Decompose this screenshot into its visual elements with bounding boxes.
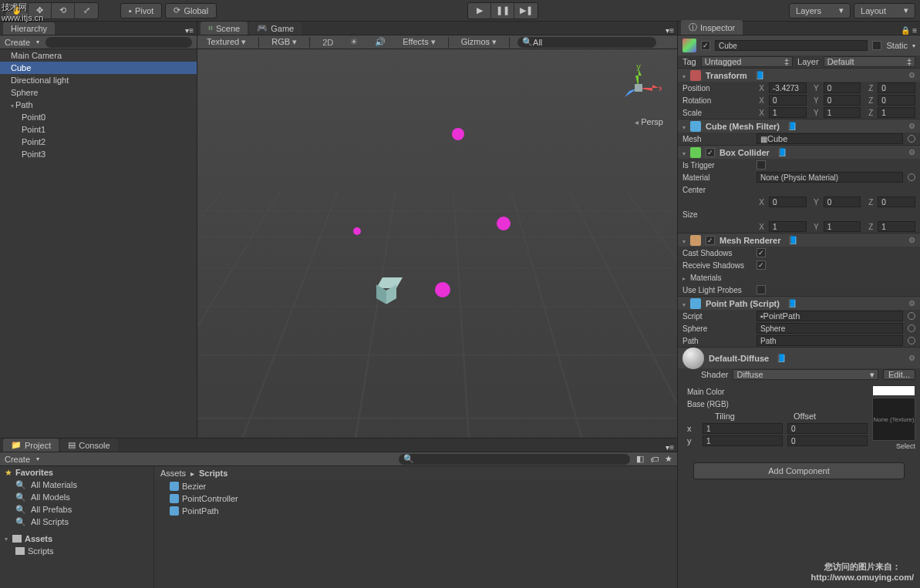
tab-project[interactable]: 📁Project <box>3 438 59 452</box>
pivot-toggle[interactable]: ▪Pivot <box>120 3 162 18</box>
tiling-y[interactable]: 1 <box>703 435 783 446</box>
pointpath-header[interactable]: Point Path (Script) 📘⚙ <box>678 296 920 310</box>
project-search[interactable]: 🔍 <box>399 454 630 465</box>
effects-dropdown[interactable]: Effects ▾ <box>398 36 440 48</box>
object-picker-icon[interactable] <box>908 173 915 181</box>
mesh-field[interactable]: ▦ Cube <box>757 133 903 144</box>
hierarchy-item-path[interactable]: Path <box>0 99 197 111</box>
layers-dropdown[interactable]: Layers▾ <box>789 3 851 18</box>
tag-dropdown[interactable]: Untagged‡ <box>701 56 793 67</box>
texture-slot[interactable]: None (Texture) <box>872 398 915 441</box>
gear-icon[interactable]: ⚙ <box>908 354 915 362</box>
material-header[interactable]: Default-Diffuse 📘⚙ <box>678 347 920 368</box>
size-x[interactable]: 1 <box>769 221 807 232</box>
select-texture[interactable]: Select <box>896 442 915 450</box>
favorite-item[interactable]: 🔍All Prefabs <box>0 503 153 516</box>
hierarchy-item[interactable]: Main Camera <box>0 49 197 62</box>
gear-icon[interactable]: ⚙ <box>908 71 915 79</box>
active-checkbox[interactable] <box>701 41 710 50</box>
hierarchy-item[interactable]: Point0 <box>0 111 197 123</box>
receive-shadows[interactable] <box>757 260 766 270</box>
render-mode[interactable]: RGB ▾ <box>267 36 302 48</box>
color-swatch[interactable] <box>872 385 915 396</box>
scale-tool[interactable]: ⤢ <box>75 3 98 18</box>
rot-x[interactable]: 0 <box>769 95 807 106</box>
pos-y[interactable]: 0 <box>824 82 861 93</box>
hierarchy-item[interactable]: Point2 <box>0 136 197 148</box>
pause-button[interactable]: ❚❚ <box>491 3 514 18</box>
shading-mode[interactable]: Textured ▾ <box>202 36 251 48</box>
cast-shadows[interactable] <box>757 248 766 257</box>
gameobject-icon[interactable] <box>682 39 696 52</box>
center-z[interactable]: 0 <box>878 197 915 207</box>
rotate-tool[interactable]: ⟲ <box>52 3 75 18</box>
offset-y[interactable]: 0 <box>787 435 868 446</box>
hierarchy-item-selected[interactable]: Cube <box>0 62 197 74</box>
panel-menu-icon[interactable]: ▾≡ <box>666 26 674 35</box>
boxcollider-header[interactable]: Box Collider 📘⚙ <box>678 145 920 159</box>
help-icon[interactable]: 📘 <box>787 122 797 130</box>
breadcrumb-root[interactable]: Assets <box>160 469 186 478</box>
panel-menu-icon[interactable]: ▾≡ <box>666 443 674 452</box>
sphere-field[interactable]: Sphere <box>757 323 903 334</box>
scripts-folder[interactable]: Scripts <box>0 545 153 557</box>
scl-y[interactable]: 1 <box>824 107 861 118</box>
help-icon[interactable]: 📘 <box>777 354 786 362</box>
light-icon[interactable]: ☀ <box>345 36 362 48</box>
help-icon[interactable]: 📘 <box>755 71 764 79</box>
gizmos-dropdown[interactable]: Gizmos ▾ <box>457 36 501 48</box>
script-asset[interactable]: PointPath <box>154 505 677 517</box>
search-filter-icon[interactable]: 🏷 <box>650 455 659 464</box>
help-icon[interactable]: 📘 <box>788 236 797 244</box>
script-field[interactable]: ▪ PointPath <box>757 311 903 321</box>
object-picker-icon[interactable] <box>908 324 915 332</box>
center-y[interactable]: 0 <box>824 197 861 207</box>
scene-search[interactable]: 🔍All <box>517 37 656 48</box>
gear-icon[interactable]: ⚙ <box>908 236 915 244</box>
layer-dropdown[interactable]: Default‡ <box>824 56 915 67</box>
hierarchy-item[interactable]: Point1 <box>0 123 197 136</box>
hand-tool[interactable]: ✋ <box>5 3 29 18</box>
add-component-button[interactable]: Add Component <box>693 462 905 479</box>
panel-menu-icon[interactable]: ▾≡ <box>185 26 194 35</box>
edit-button[interactable]: Edit... <box>883 369 915 380</box>
search-scope-icon[interactable]: ◧ <box>636 454 644 464</box>
hierarchy-item[interactable]: Sphere <box>0 86 197 99</box>
hierarchy-item[interactable]: Directional light <box>0 74 197 86</box>
object-picker-icon[interactable] <box>908 135 915 143</box>
tab-console[interactable]: ▤Console <box>60 438 117 452</box>
hierarchy-item[interactable]: Point3 <box>0 148 197 160</box>
script-asset[interactable]: PointController <box>154 492 677 505</box>
save-search-icon[interactable]: ★ <box>665 454 672 464</box>
breadcrumb-current[interactable]: Scripts <box>199 469 227 478</box>
shader-dropdown[interactable]: Diffuse▾ <box>733 369 878 380</box>
name-field[interactable]: Cube <box>715 40 868 51</box>
help-icon[interactable]: 📘 <box>787 299 797 307</box>
project-create[interactable]: Create <box>5 455 30 464</box>
object-picker-icon[interactable] <box>908 337 915 344</box>
tab-hierarchy[interactable]: Hierarchy <box>3 22 55 35</box>
tab-game[interactable]: 🎮Game <box>249 22 302 35</box>
step-button[interactable]: ▶❚ <box>514 3 538 18</box>
move-tool[interactable]: ✥ <box>29 3 52 18</box>
favorites-header[interactable]: ★Favorites <box>0 466 153 479</box>
physmat-field[interactable]: None (Physic Material) <box>757 172 903 183</box>
gear-icon[interactable]: ⚙ <box>908 148 915 156</box>
script-asset[interactable]: Bezier <box>154 480 677 492</box>
offset-x[interactable]: 0 <box>787 423 868 434</box>
rot-y[interactable]: 0 <box>824 95 861 106</box>
hierarchy-search[interactable] <box>45 37 192 48</box>
object-picker-icon[interactable] <box>908 312 915 320</box>
pos-z[interactable]: 0 <box>878 82 915 93</box>
projection-label[interactable]: ◂ Persp <box>635 117 663 126</box>
transform-header[interactable]: Transform 📘⚙ <box>678 68 920 82</box>
favorite-item[interactable]: 🔍All Models <box>0 491 153 503</box>
assets-folder[interactable]: Assets <box>0 533 153 545</box>
scl-z[interactable]: 1 <box>878 107 915 118</box>
gear-icon[interactable]: ⚙ <box>908 299 915 307</box>
istrigger-checkbox[interactable] <box>757 160 766 170</box>
2d-toggle[interactable]: 2D <box>318 37 338 48</box>
tab-scene[interactable]: ⌗Scene <box>201 22 248 35</box>
layout-dropdown[interactable]: Layout▾ <box>854 3 915 18</box>
pos-x[interactable]: -3.4273 <box>769 82 807 93</box>
